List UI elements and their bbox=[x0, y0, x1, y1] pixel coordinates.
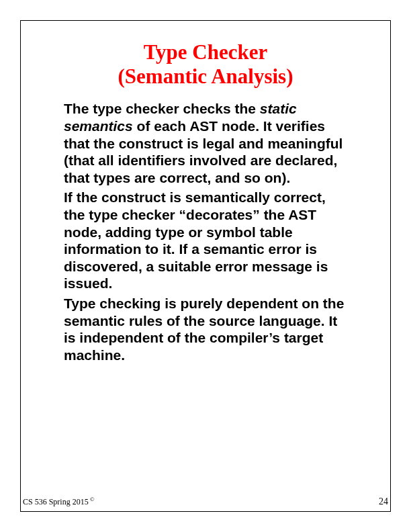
paragraph-1: The type checker checks the static seman… bbox=[64, 100, 347, 186]
copyright-icon: © bbox=[90, 496, 95, 502]
footer: CS 536 Spring 2015 © 24 bbox=[23, 496, 388, 507]
paragraph-3: Type checking is purely dependent on the… bbox=[64, 295, 347, 363]
page-number: 24 bbox=[379, 496, 388, 507]
title-line-2: (Semantic Analysis) bbox=[64, 64, 347, 89]
title-line-1: Type Checker bbox=[64, 40, 347, 64]
slide-title: Type Checker (Semantic Analysis) bbox=[64, 40, 347, 88]
course-label: CS 536 Spring 2015 bbox=[23, 497, 89, 507]
p1-pre: The type checker checks the bbox=[64, 101, 260, 116]
footer-left: CS 536 Spring 2015 © bbox=[23, 497, 95, 507]
slide-content: Type Checker (Semantic Analysis) The typ… bbox=[64, 40, 347, 366]
paragraph-2: If the construct is semantically correct… bbox=[64, 189, 347, 292]
